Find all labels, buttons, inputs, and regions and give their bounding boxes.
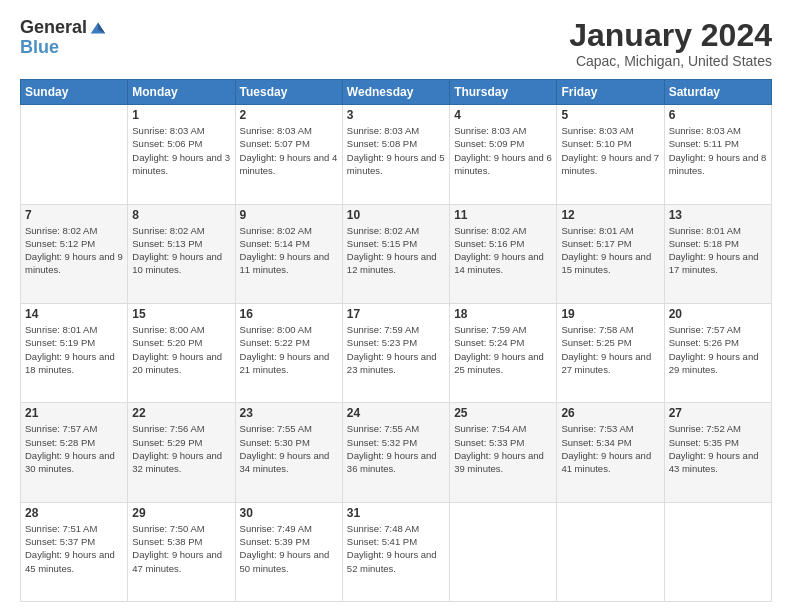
- day-info: Sunrise: 8:03 AMSunset: 5:10 PMDaylight:…: [561, 124, 659, 177]
- day-number: 6: [669, 108, 767, 122]
- day-number: 18: [454, 307, 552, 321]
- day-info: Sunrise: 8:01 AMSunset: 5:19 PMDaylight:…: [25, 323, 123, 376]
- day-info: Sunrise: 7:59 AMSunset: 5:24 PMDaylight:…: [454, 323, 552, 376]
- day-info: Sunrise: 8:03 AMSunset: 5:08 PMDaylight:…: [347, 124, 445, 177]
- table-cell: 17Sunrise: 7:59 AMSunset: 5:23 PMDayligh…: [342, 303, 449, 402]
- table-cell: 12Sunrise: 8:01 AMSunset: 5:17 PMDayligh…: [557, 204, 664, 303]
- day-info: Sunrise: 8:03 AMSunset: 5:06 PMDaylight:…: [132, 124, 230, 177]
- table-cell: [21, 105, 128, 204]
- logo: General Blue: [20, 18, 107, 56]
- table-cell: 2Sunrise: 8:03 AMSunset: 5:07 PMDaylight…: [235, 105, 342, 204]
- day-info: Sunrise: 7:49 AMSunset: 5:39 PMDaylight:…: [240, 522, 338, 575]
- table-cell: 19Sunrise: 7:58 AMSunset: 5:25 PMDayligh…: [557, 303, 664, 402]
- week-row-1: 7Sunrise: 8:02 AMSunset: 5:12 PMDaylight…: [21, 204, 772, 303]
- location: Capac, Michigan, United States: [569, 53, 772, 69]
- day-info: Sunrise: 8:03 AMSunset: 5:07 PMDaylight:…: [240, 124, 338, 177]
- table-cell: 26Sunrise: 7:53 AMSunset: 5:34 PMDayligh…: [557, 403, 664, 502]
- day-number: 30: [240, 506, 338, 520]
- col-wednesday: Wednesday: [342, 80, 449, 105]
- table-cell: 10Sunrise: 8:02 AMSunset: 5:15 PMDayligh…: [342, 204, 449, 303]
- table-cell: 20Sunrise: 7:57 AMSunset: 5:26 PMDayligh…: [664, 303, 771, 402]
- day-info: Sunrise: 7:55 AMSunset: 5:30 PMDaylight:…: [240, 422, 338, 475]
- day-info: Sunrise: 8:00 AMSunset: 5:22 PMDaylight:…: [240, 323, 338, 376]
- col-monday: Monday: [128, 80, 235, 105]
- calendar-table: Sunday Monday Tuesday Wednesday Thursday…: [20, 79, 772, 602]
- day-number: 15: [132, 307, 230, 321]
- table-cell: 7Sunrise: 8:02 AMSunset: 5:12 PMDaylight…: [21, 204, 128, 303]
- day-number: 19: [561, 307, 659, 321]
- day-number: 13: [669, 208, 767, 222]
- day-info: Sunrise: 7:55 AMSunset: 5:32 PMDaylight:…: [347, 422, 445, 475]
- table-cell: 27Sunrise: 7:52 AMSunset: 5:35 PMDayligh…: [664, 403, 771, 502]
- table-cell: 29Sunrise: 7:50 AMSunset: 5:38 PMDayligh…: [128, 502, 235, 601]
- logo-text: General: [20, 18, 87, 38]
- title-area: January 2024 Capac, Michigan, United Sta…: [569, 18, 772, 69]
- col-thursday: Thursday: [450, 80, 557, 105]
- day-number: 4: [454, 108, 552, 122]
- header: General Blue January 2024 Capac, Michiga…: [20, 18, 772, 69]
- table-cell: 31Sunrise: 7:48 AMSunset: 5:41 PMDayligh…: [342, 502, 449, 601]
- table-cell: 24Sunrise: 7:55 AMSunset: 5:32 PMDayligh…: [342, 403, 449, 502]
- day-number: 27: [669, 406, 767, 420]
- table-cell: [557, 502, 664, 601]
- day-number: 29: [132, 506, 230, 520]
- day-info: Sunrise: 7:54 AMSunset: 5:33 PMDaylight:…: [454, 422, 552, 475]
- table-cell: 22Sunrise: 7:56 AMSunset: 5:29 PMDayligh…: [128, 403, 235, 502]
- table-cell: 21Sunrise: 7:57 AMSunset: 5:28 PMDayligh…: [21, 403, 128, 502]
- day-number: 14: [25, 307, 123, 321]
- week-row-3: 21Sunrise: 7:57 AMSunset: 5:28 PMDayligh…: [21, 403, 772, 502]
- day-info: Sunrise: 7:57 AMSunset: 5:26 PMDaylight:…: [669, 323, 767, 376]
- day-number: 23: [240, 406, 338, 420]
- day-info: Sunrise: 8:02 AMSunset: 5:14 PMDaylight:…: [240, 224, 338, 277]
- table-cell: 3Sunrise: 8:03 AMSunset: 5:08 PMDaylight…: [342, 105, 449, 204]
- table-cell: 11Sunrise: 8:02 AMSunset: 5:16 PMDayligh…: [450, 204, 557, 303]
- day-info: Sunrise: 7:53 AMSunset: 5:34 PMDaylight:…: [561, 422, 659, 475]
- day-number: 16: [240, 307, 338, 321]
- table-cell: 30Sunrise: 7:49 AMSunset: 5:39 PMDayligh…: [235, 502, 342, 601]
- table-cell: 25Sunrise: 7:54 AMSunset: 5:33 PMDayligh…: [450, 403, 557, 502]
- day-number: 10: [347, 208, 445, 222]
- day-number: 9: [240, 208, 338, 222]
- logo-blue: Blue: [20, 38, 107, 56]
- day-info: Sunrise: 7:58 AMSunset: 5:25 PMDaylight:…: [561, 323, 659, 376]
- day-number: 5: [561, 108, 659, 122]
- day-info: Sunrise: 8:03 AMSunset: 5:09 PMDaylight:…: [454, 124, 552, 177]
- day-number: 8: [132, 208, 230, 222]
- day-number: 31: [347, 506, 445, 520]
- day-info: Sunrise: 8:01 AMSunset: 5:18 PMDaylight:…: [669, 224, 767, 277]
- day-number: 22: [132, 406, 230, 420]
- day-info: Sunrise: 7:57 AMSunset: 5:28 PMDaylight:…: [25, 422, 123, 475]
- day-number: 2: [240, 108, 338, 122]
- calendar-page: General Blue January 2024 Capac, Michiga…: [0, 0, 792, 612]
- day-info: Sunrise: 7:48 AMSunset: 5:41 PMDaylight:…: [347, 522, 445, 575]
- week-row-2: 14Sunrise: 8:01 AMSunset: 5:19 PMDayligh…: [21, 303, 772, 402]
- day-info: Sunrise: 7:56 AMSunset: 5:29 PMDaylight:…: [132, 422, 230, 475]
- col-sunday: Sunday: [21, 80, 128, 105]
- table-cell: 15Sunrise: 8:00 AMSunset: 5:20 PMDayligh…: [128, 303, 235, 402]
- week-row-0: 1Sunrise: 8:03 AMSunset: 5:06 PMDaylight…: [21, 105, 772, 204]
- table-cell: 16Sunrise: 8:00 AMSunset: 5:22 PMDayligh…: [235, 303, 342, 402]
- table-cell: 1Sunrise: 8:03 AMSunset: 5:06 PMDaylight…: [128, 105, 235, 204]
- table-cell: [450, 502, 557, 601]
- table-cell: 13Sunrise: 8:01 AMSunset: 5:18 PMDayligh…: [664, 204, 771, 303]
- table-cell: 9Sunrise: 8:02 AMSunset: 5:14 PMDaylight…: [235, 204, 342, 303]
- col-friday: Friday: [557, 80, 664, 105]
- day-number: 28: [25, 506, 123, 520]
- day-number: 24: [347, 406, 445, 420]
- day-info: Sunrise: 7:50 AMSunset: 5:38 PMDaylight:…: [132, 522, 230, 575]
- table-cell: 8Sunrise: 8:02 AMSunset: 5:13 PMDaylight…: [128, 204, 235, 303]
- day-info: Sunrise: 8:02 AMSunset: 5:16 PMDaylight:…: [454, 224, 552, 277]
- header-row: Sunday Monday Tuesday Wednesday Thursday…: [21, 80, 772, 105]
- day-info: Sunrise: 7:59 AMSunset: 5:23 PMDaylight:…: [347, 323, 445, 376]
- day-info: Sunrise: 8:01 AMSunset: 5:17 PMDaylight:…: [561, 224, 659, 277]
- day-number: 25: [454, 406, 552, 420]
- month-title: January 2024: [569, 18, 772, 53]
- day-number: 26: [561, 406, 659, 420]
- table-cell: 14Sunrise: 8:01 AMSunset: 5:19 PMDayligh…: [21, 303, 128, 402]
- table-cell: 4Sunrise: 8:03 AMSunset: 5:09 PMDaylight…: [450, 105, 557, 204]
- table-cell: 5Sunrise: 8:03 AMSunset: 5:10 PMDaylight…: [557, 105, 664, 204]
- day-info: Sunrise: 8:03 AMSunset: 5:11 PMDaylight:…: [669, 124, 767, 177]
- day-info: Sunrise: 7:52 AMSunset: 5:35 PMDaylight:…: [669, 422, 767, 475]
- day-number: 7: [25, 208, 123, 222]
- day-number: 21: [25, 406, 123, 420]
